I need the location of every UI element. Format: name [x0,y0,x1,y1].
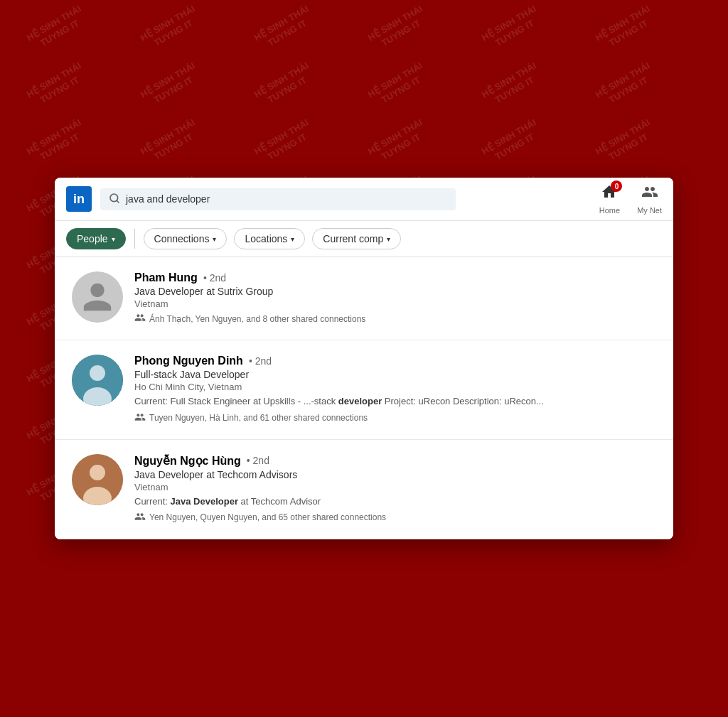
avatar-2 [72,355,123,406]
person-info-2: Phong Nguyen Dinh • 2nd Full-stack Java … [134,355,656,424]
shared-connections-3: Yen Nguyen, Quyen Nguyen, and 65 other s… [134,511,656,524]
mynet-nav-item[interactable]: My Net [637,183,662,215]
person-snippet-3: Current: Java Developer at Techcom Advis… [134,495,656,508]
person-card-1[interactable]: Pham Hung • 2nd Java Developer at Sutrix… [55,257,673,340]
person-location-2: Ho Chi Minh City, Vietnam [134,382,656,392]
linkedin-logo[interactable]: in [66,186,92,212]
search-input[interactable]: java and developer [126,193,447,205]
person-info-3: Nguyễn Ngọc Hùng • 2nd Java Developer at… [134,454,656,524]
person-name-2: Phong Nguyen Dinh [134,355,243,367]
shared-connections-2: Tuyen Nguyen, Hà Linh, and 61 other shar… [134,411,656,425]
svg-point-3 [90,365,105,381]
results-area: Pham Hung • 2nd Java Developer at Sutrix… [55,257,673,539]
person-title-2: Full-stack Java Developer [134,369,656,380]
current-company-filter-button[interactable]: Current comp ▾ [312,228,401,249]
person-snippet-2: Current: Full Stack Engineer at Upskills… [134,395,656,408]
connection-degree-1: • 2nd [203,272,226,284]
shared-icon-2 [134,411,146,425]
person-location-3: Vietnam [134,482,656,492]
avatar-1 [72,271,123,323]
company-chevron-icon: ▾ [387,235,390,243]
person-location-1: Vietnam [134,298,656,309]
person-name-line-3: Nguyễn Ngọc Hùng • 2nd [134,454,656,468]
mynet-icon [641,183,658,205]
people-filter-button[interactable]: People ▾ [66,228,126,249]
person-name-line-1: Pham Hung • 2nd [134,271,656,284]
person-name-3: Nguyễn Ngọc Hùng [134,454,241,468]
avatar-3 [72,454,123,505]
person-info-1: Pham Hung • 2nd Java Developer at Sutrix… [134,271,656,325]
person-card-3[interactable]: Nguyễn Ngọc Hùng • 2nd Java Developer at… [55,440,673,539]
shared-connections-1: Ánh Thạch, Yen Nguyen, and 8 other share… [134,312,656,325]
filter-bar: People ▾ Connections ▾ Locations ▾ Curre… [55,221,673,257]
header-nav: 0 Home My Net [599,183,662,215]
connection-degree-2: • 2nd [249,355,272,367]
home-icon: 0 [601,183,618,205]
linkedin-header: in java and developer 0 Home [55,178,673,221]
home-nav-item[interactable]: 0 Home [599,183,620,215]
person-card-2[interactable]: Phong Nguyen Dinh • 2nd Full-stack Java … [55,340,673,439]
linkedin-window: in java and developer 0 Home [55,178,673,539]
search-bar[interactable]: java and developer [100,188,456,210]
connections-chevron-icon: ▾ [213,235,216,243]
shared-icon-3 [134,511,146,524]
svg-point-6 [90,465,105,480]
person-name-1: Pham Hung [134,271,198,284]
filter-divider-1 [134,229,135,249]
locations-filter-button[interactable]: Locations ▾ [234,228,305,249]
person-name-line-2: Phong Nguyen Dinh • 2nd [134,355,656,367]
home-notification-badge: 0 [611,180,622,192]
svg-line-1 [117,200,119,203]
person-title-1: Java Developer at Sutrix Group [134,286,656,297]
person-title-3: Java Developer at Techcom Advisors [134,469,656,480]
mynet-label: My Net [637,206,662,215]
people-chevron-icon: ▾ [112,235,115,243]
connections-filter-button[interactable]: Connections ▾ [144,228,228,249]
shared-icon-1 [134,312,146,325]
locations-chevron-icon: ▾ [291,235,294,243]
connection-degree-3: • 2nd [247,455,269,466]
home-label: Home [599,206,620,215]
search-icon [109,193,120,206]
